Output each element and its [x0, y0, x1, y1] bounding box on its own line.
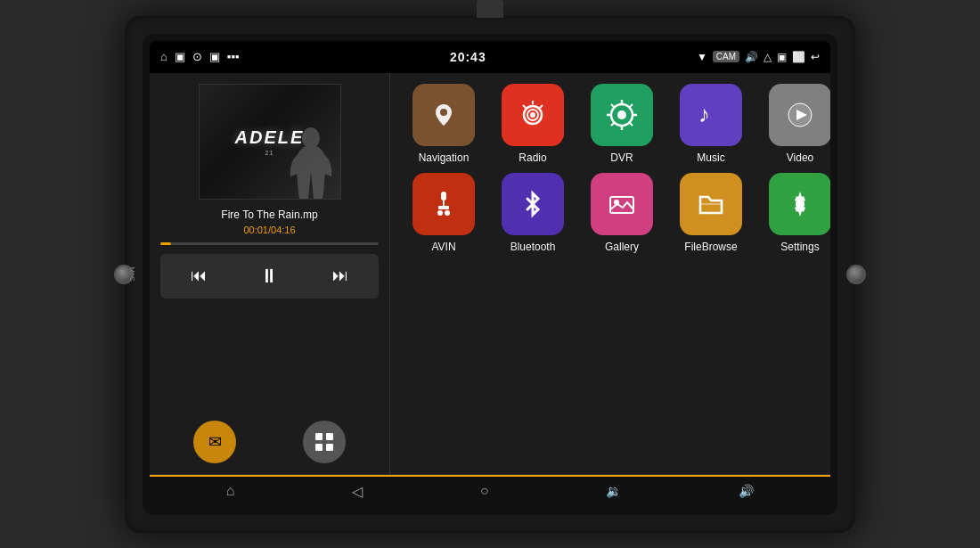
avin-label: AVIN	[431, 241, 455, 253]
track-name: Fire To The Rain.mp	[160, 209, 379, 221]
nav-vol-up[interactable]: 🔊	[728, 480, 764, 502]
svg-rect-27	[438, 206, 449, 209]
eject-icon: △	[764, 51, 772, 63]
app-radio[interactable]: Radio	[494, 84, 572, 164]
video-label: Video	[787, 151, 813, 164]
app-avin[interactable]: AVIN	[404, 173, 483, 253]
app-dvr[interactable]: DVR	[583, 84, 661, 164]
next-button[interactable]: ⏭	[325, 263, 355, 289]
app-gallery[interactable]: Gallery	[583, 173, 661, 253]
app-row-2: AVIN Bluetooth	[404, 173, 830, 253]
music-icon-svg: ♪	[695, 99, 727, 131]
app-icon-status: ▣	[209, 50, 220, 63]
app-music[interactable]: ♪ Music	[672, 84, 750, 164]
artist-silhouette	[289, 127, 333, 199]
svg-line-21	[611, 122, 615, 126]
svg-line-20	[629, 122, 633, 126]
navigation-icon	[412, 84, 475, 146]
video-icon	[769, 84, 830, 146]
mail-button[interactable]: ✉	[193, 421, 236, 463]
radio-icon-svg	[517, 99, 549, 131]
svg-point-29	[445, 210, 450, 216]
volume-icon: 🔊	[745, 51, 758, 63]
video-icon-svg	[784, 99, 816, 131]
music-player: ADELE 21 Fire To The Rain.mp	[150, 73, 390, 474]
wifi-icon: ▼	[697, 51, 707, 63]
app-row-1: Navigation	[404, 84, 830, 164]
svg-rect-2	[326, 433, 333, 440]
status-left-icons: ⌂ ▣ ⊙ ▣ ▪▪▪	[160, 50, 240, 63]
app-navigation[interactable]: Navigation	[404, 84, 483, 164]
mic-label: MIC	[128, 266, 136, 282]
svg-point-28	[437, 210, 443, 216]
svg-point-8	[530, 112, 535, 118]
app-video[interactable]: Video	[761, 84, 830, 164]
gallery-label: Gallery	[605, 241, 639, 253]
dvr-icon-svg	[606, 99, 638, 131]
avin-icon-svg	[428, 188, 460, 220]
album-subtitle: 21	[265, 150, 274, 156]
dvr-label: DVR	[610, 151, 633, 164]
progress-fill	[160, 242, 171, 245]
settings-icon-svg	[784, 188, 816, 220]
nav-back[interactable]: ◁	[341, 479, 373, 503]
music-label: Music	[697, 151, 724, 164]
nav-icon-svg	[428, 99, 460, 131]
bottom-quick-icons: ✉	[160, 421, 379, 463]
svg-point-13	[617, 110, 626, 119]
album-art-image: ADELE 21	[200, 85, 340, 199]
settings-label: Settings	[780, 241, 819, 253]
screen-bezel: ⌂ ▣ ⊙ ▣ ▪▪▪ 20:43 ▼ CAM 🔊 △ ▣ ⬜ ↩	[143, 34, 837, 515]
nav-home[interactable]: ⌂	[216, 479, 246, 503]
camera-icon: CAM	[713, 51, 739, 62]
nav-vol-down[interactable]: 🔉	[595, 480, 632, 502]
svg-text:♪: ♪	[698, 101, 710, 127]
playback-controls: ⏮ ⏸ ⏭	[160, 254, 379, 299]
svg-line-18	[611, 104, 615, 108]
app-bluetooth[interactable]: Bluetooth	[494, 173, 572, 253]
svg-rect-25	[441, 192, 446, 200]
svg-rect-4	[326, 444, 333, 451]
apps-button[interactable]	[303, 421, 346, 463]
app-filebrowser[interactable]: FileBrowse	[672, 173, 750, 253]
svg-rect-26	[443, 200, 445, 206]
app-grid: Navigation	[390, 73, 830, 474]
display-icon: ▣	[777, 51, 787, 63]
svg-line-19	[629, 104, 633, 108]
main-content: ADELE 21 Fire To The Rain.mp	[150, 73, 830, 474]
gallery-icon	[591, 173, 653, 235]
right-knob[interactable]	[846, 265, 866, 284]
gallery-icon-svg	[606, 188, 638, 220]
bt-icon-svg	[517, 188, 549, 220]
home-icon: ⌂	[160, 50, 167, 63]
progress-bar[interactable]	[160, 242, 379, 245]
svg-rect-3	[315, 444, 323, 451]
svg-line-11	[523, 105, 526, 108]
filebrowser-label: FileBrowse	[684, 241, 737, 253]
grid-icon	[314, 432, 334, 452]
battery-icon: ▪▪▪	[227, 50, 240, 63]
prev-button[interactable]: ⏮	[184, 263, 214, 289]
app-settings[interactable]: Settings	[761, 173, 830, 253]
back-icon[interactable]: ↩	[811, 51, 820, 63]
svg-line-10	[540, 105, 543, 108]
settings-icon	[769, 173, 830, 235]
screen: ⌂ ▣ ⊙ ▣ ▪▪▪ 20:43 ▼ CAM 🔊 △ ▣ ⬜ ↩	[150, 41, 830, 508]
avin-icon	[412, 173, 475, 235]
album-art: ADELE 21	[199, 84, 341, 200]
car-head-unit: MIC ⌂ ▣ ⊙ ▣ ▪▪▪ 20:43 ▼ CAM 🔊 △ ▣	[125, 16, 855, 533]
radio-label: Radio	[519, 151, 546, 164]
bluetooth-icon	[502, 173, 564, 235]
play-pause-button[interactable]: ⏸	[252, 261, 286, 291]
navigation-label: Navigation	[419, 151, 470, 164]
status-bar: ⌂ ▣ ⊙ ▣ ▪▪▪ 20:43 ▼ CAM 🔊 △ ▣ ⬜ ↩	[150, 41, 830, 73]
nav-menu[interactable]: ○	[470, 479, 500, 503]
top-connector	[477, 0, 503, 18]
screen-icon: ▣	[175, 50, 185, 63]
bluetooth-label: Bluetooth	[510, 241, 556, 253]
bottom-nav-bar: ⌂ ◁ ○ 🔉 🔊	[150, 474, 830, 508]
filebrowser-icon	[680, 173, 742, 235]
clock: 20:43	[450, 50, 486, 64]
svg-rect-1	[315, 433, 323, 440]
svg-point-5	[440, 109, 447, 116]
